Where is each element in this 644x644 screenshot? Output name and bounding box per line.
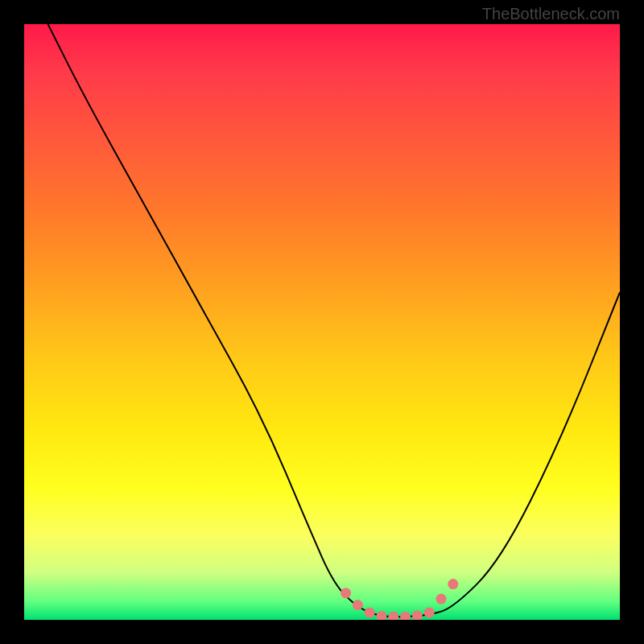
- marker-dot: [436, 594, 447, 605]
- curve-markers: [341, 579, 458, 620]
- curve-line: [48, 24, 620, 617]
- marker-dot: [424, 608, 435, 618]
- marker-dot: [400, 612, 411, 620]
- marker-dot: [448, 579, 458, 589]
- chart-container: TheBottleneck.com: [0, 0, 644, 644]
- watermark-text: TheBottleneck.com: [482, 5, 620, 23]
- marker-dot: [388, 612, 398, 620]
- marker-dot: [412, 610, 423, 620]
- marker-dot: [365, 608, 375, 618]
- marker-dot: [341, 588, 351, 598]
- chart-svg: [24, 24, 620, 620]
- marker-dot: [353, 600, 363, 610]
- marker-dot: [377, 611, 387, 620]
- plot-area: [24, 24, 620, 620]
